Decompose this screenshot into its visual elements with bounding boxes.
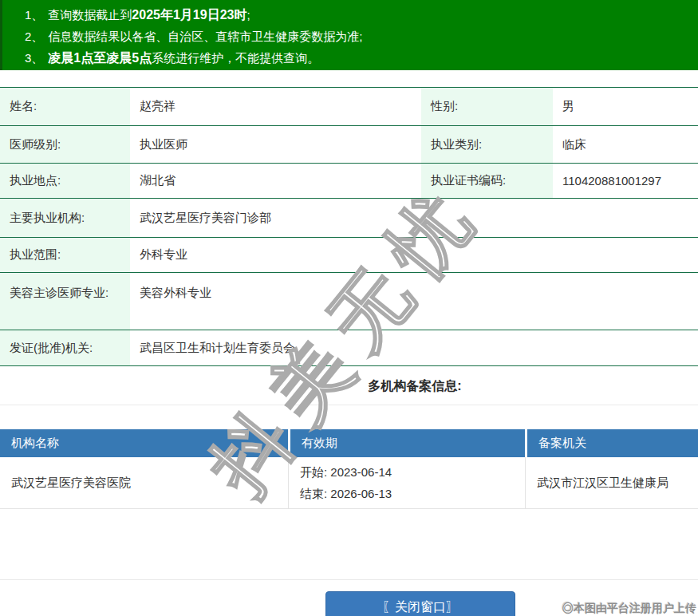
field-value-cosmetic-specialty: 美容外科专业	[130, 273, 698, 330]
validity-end: 结束: 2026-06-13	[300, 483, 514, 504]
notice-text: 查询数据截止到	[48, 8, 132, 22]
notice-line-3: 3、凌晨1点至凌晨5点系统进行维护，不能提供查询。	[25, 47, 690, 69]
notice-line-1: 1、查询数据截止到2025年1月19日23时;	[25, 4, 690, 26]
field-label-name: 姓名:	[0, 88, 130, 126]
field-value-license-number: 110420881001297	[553, 164, 698, 199]
field-value-issuing-authority: 武昌区卫生和计划生育委员会	[130, 330, 698, 366]
column-header-institution-name: 机构名称	[0, 429, 288, 457]
notice-text: 系统进行维护，不能提供查询。	[152, 51, 319, 65]
close-window-button[interactable]: 〖关闭窗口〗	[325, 591, 515, 616]
field-label-gender: 性别:	[421, 88, 553, 126]
filing-data-row: 武汉艺星医疗美容医院 开始: 2023-06-14 结束: 2026-06-13…	[0, 457, 698, 509]
validity-start: 开始: 2023-06-14	[300, 461, 514, 483]
cell-validity-period: 开始: 2023-06-14 结束: 2026-06-13	[288, 457, 525, 509]
field-label-license-number: 执业证书编码:	[421, 164, 553, 199]
notice-line-2: 2、信息数据结果以各省、自治区、直辖市卫生健康委数据为准;	[25, 26, 690, 47]
field-value-practice-scope: 外科专业	[130, 238, 698, 273]
upload-attribution-note: ◎本图由平台注册用户上传	[562, 602, 696, 616]
cell-filing-authority: 武汉市江汉区卫生健康局	[525, 457, 698, 509]
field-label-main-institution: 主要执业机构:	[0, 199, 130, 238]
notice-text-bold: 凌晨1点至凌晨5点	[48, 51, 152, 65]
field-label-cosmetic-specialty: 美容主诊医师专业:	[0, 273, 130, 330]
field-value-doctor-level: 执业医师	[130, 126, 421, 164]
footer: 〖关闭窗口〗 ◎本图由平台注册用户上传	[0, 579, 698, 616]
table-row: 美容主诊医师专业: 美容外科专业	[0, 273, 698, 330]
table-row: 发证(批准)机关: 武昌区卫生和计划生育委员会	[0, 330, 698, 366]
table-row: 主要执业机构: 武汉艺星医疗美容门诊部	[0, 199, 698, 238]
field-value-main-institution: 武汉艺星医疗美容门诊部	[130, 199, 698, 238]
field-value-practice-location: 湖北省	[130, 164, 421, 199]
notice-number: 3、	[25, 51, 43, 65]
field-value-name: 赵亮祥	[130, 88, 421, 126]
filing-header-row: 机构名称 有效期 备案机关	[0, 429, 698, 457]
cell-institution-name: 武汉艺星医疗美容医院	[0, 457, 288, 509]
notice-number: 2、	[25, 30, 43, 43]
table-row: 姓名: 赵亮祥 性别: 男	[0, 88, 698, 126]
field-label-practice-location: 执业地点:	[0, 164, 130, 199]
multi-institution-section-title: 多机构备案信息:	[0, 366, 698, 405]
table-row: 医师级别: 执业医师 执业类别: 临床	[0, 126, 698, 164]
notice-banner: 1、查询数据截止到2025年1月19日23时; 2、信息数据结果以各省、自治区、…	[0, 0, 698, 70]
table-row: 执业范围: 外科专业	[0, 238, 698, 273]
table-row: 执业地点: 湖北省 执业证书编码: 110420881001297	[0, 164, 698, 199]
filing-table: 机构名称 有效期 备案机关 武汉艺星医疗美容医院 开始: 2023-06-14 …	[0, 429, 698, 509]
notice-text: ;	[246, 8, 250, 22]
column-header-validity-period: 有效期	[288, 429, 525, 457]
notice-text-bold: 2025年1月19日23时	[132, 8, 246, 22]
field-value-gender: 男	[553, 88, 698, 126]
field-label-doctor-level: 医师级别:	[0, 126, 130, 164]
field-label-issuing-authority: 发证(批准)机关:	[0, 330, 130, 366]
notice-number: 1、	[25, 8, 43, 22]
field-label-practice-scope: 执业范围:	[0, 238, 130, 273]
field-label-practice-category: 执业类别:	[421, 126, 553, 164]
column-header-filing-authority: 备案机关	[525, 429, 698, 457]
field-value-practice-category: 临床	[553, 126, 698, 164]
doctor-info-table: 姓名: 赵亮祥 性别: 男 医师级别: 执业医师 执业类别: 临床 执业地点: …	[0, 87, 698, 366]
notice-text: 信息数据结果以各省、自治区、直辖市卫生健康委数据为准;	[48, 30, 362, 43]
